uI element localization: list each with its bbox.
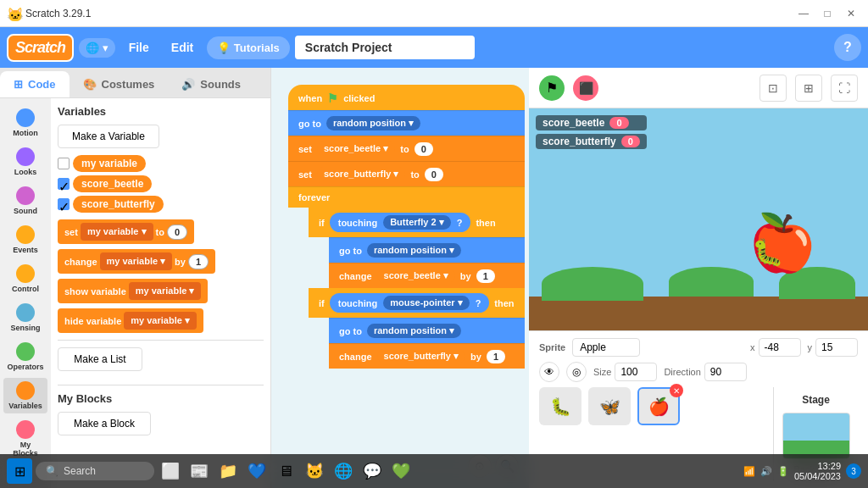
- sidebar-item-variables[interactable]: Variables: [3, 378, 47, 413]
- stage-canvas: score_beetle 0 score_butterfly 0 🍎 🐛: [529, 108, 868, 330]
- window-controls: — □ ✕: [793, 5, 861, 22]
- window-title: Scratch 3.29.1: [25, 8, 793, 19]
- change-score-beetle[interactable]: change score_beetle ▾ by 1: [329, 263, 525, 288]
- taskview-icon[interactable]: ⬜: [158, 458, 183, 484]
- notification-badge[interactable]: 3: [846, 463, 861, 479]
- stop-button[interactable]: ⬛: [573, 75, 598, 101]
- taskbar: ⊞ 🔍 Search ⬜ 📰 📁 💙 🖥 🐱 🌐 💬 💚 📶 🔊 🔋 13:29…: [0, 454, 868, 488]
- whatsapp-icon[interactable]: 💚: [388, 458, 414, 484]
- var-chip-score-beetle[interactable]: score_beetle: [73, 175, 152, 192]
- stage-preview[interactable]: [782, 413, 850, 459]
- code-canvas[interactable]: 🍎 when ⚑ clicked go to random position ▾: [271, 68, 529, 488]
- var-selector-change[interactable]: my variable ▾: [100, 252, 173, 270]
- sound-tray-icon: 🔊: [760, 466, 772, 477]
- tab-code[interactable]: ⊞ Code: [0, 71, 70, 97]
- terminal-icon[interactable]: 🖥: [273, 458, 298, 484]
- widgets-icon[interactable]: 📰: [186, 458, 212, 484]
- if-butterfly-body: go to random position ▾ change score_bee…: [329, 237, 525, 288]
- costume-icon: 🎨: [83, 78, 97, 91]
- if-mouse-indent: if touching mouse-pointer ▾ ? then go to…: [309, 288, 525, 369]
- var-selector-set[interactable]: my variable ▾: [81, 223, 153, 241]
- sidebar-item-sound[interactable]: Sound: [3, 183, 47, 219]
- make-variable-button[interactable]: Make a Variable: [58, 125, 159, 148]
- sidebar-item-events[interactable]: Events: [3, 222, 47, 258]
- stage-panel-label: Stage: [802, 394, 830, 406]
- sidebar-item-looks[interactable]: Looks: [3, 144, 47, 180]
- set-score-butterfly[interactable]: set score_butterfly ▾ to 0: [288, 161, 525, 186]
- goto-random-3[interactable]: go to random position ▾: [329, 318, 525, 343]
- vscode-icon[interactable]: 💙: [244, 458, 270, 484]
- variable-row-my-variable: my variable: [58, 155, 264, 172]
- code-block-stack: when ⚑ clicked go to random position ▾ s…: [288, 85, 525, 369]
- sprite-thumb-beetle[interactable]: 🐛: [539, 387, 581, 425]
- ground: [529, 297, 868, 330]
- tab-sounds[interactable]: 🔊 Sounds: [168, 71, 254, 97]
- globe-button[interactable]: 🌐 ▾: [79, 38, 115, 58]
- delete-badge[interactable]: ✕: [670, 384, 683, 397]
- file-menu[interactable]: File: [120, 37, 158, 58]
- make-list-button[interactable]: Make a List: [58, 347, 142, 371]
- forever-block[interactable]: forever: [288, 186, 525, 208]
- edit-menu[interactable]: Edit: [163, 37, 202, 58]
- var-checkbox-score-beetle[interactable]: ✓: [58, 178, 70, 190]
- sprite-y-input[interactable]: [815, 338, 858, 357]
- close-button[interactable]: ✕: [841, 5, 861, 22]
- sprite-direction-input[interactable]: [704, 363, 747, 381]
- change-score-butterfly[interactable]: change score_butterfly ▾ by 1: [329, 343, 525, 369]
- var-chip-score-butterfly[interactable]: score_butterfly: [73, 196, 164, 213]
- search-icon: 🔍: [46, 465, 58, 477]
- system-tray: 📶 🔊 🔋 13:29 05/04/2023 3: [743, 461, 861, 481]
- fullscreen-button[interactable]: ⛶: [831, 75, 858, 102]
- change-block[interactable]: change my variable ▾ by 1: [58, 249, 215, 274]
- sprite-x-input[interactable]: [759, 338, 801, 357]
- tab-costumes[interactable]: 🎨 Costumes: [70, 71, 169, 97]
- scratch-taskbar-icon[interactable]: 🐱: [302, 458, 327, 484]
- sprite-label: Sprite: [539, 342, 565, 352]
- hat-block[interactable]: when ⚑ clicked: [288, 85, 525, 110]
- taskbar-search[interactable]: 🔍 Search: [36, 462, 154, 480]
- var-selector-hide[interactable]: my variable ▾: [124, 312, 197, 330]
- if-mouse-body: go to random position ▾ change score_but…: [329, 318, 525, 369]
- normal-stage-button[interactable]: ⊞: [795, 75, 822, 102]
- sidebar-item-motion[interactable]: Motion: [3, 105, 47, 141]
- maximize-button[interactable]: □: [817, 5, 837, 22]
- if-mouse-block[interactable]: if touching mouse-pointer ▾ ? then: [309, 288, 525, 318]
- help-button[interactable]: ?: [834, 34, 861, 61]
- variables-title: Variables: [58, 105, 264, 118]
- start-button[interactable]: ⊞: [7, 458, 32, 484]
- project-name-input[interactable]: [295, 36, 475, 59]
- goto-random-1[interactable]: go to random position ▾: [288, 110, 525, 136]
- sprite-thumb-butterfly[interactable]: 🦋: [588, 387, 631, 425]
- show-sprite-btn[interactable]: 👁: [539, 362, 559, 382]
- goto-random-2[interactable]: go to random position ▾: [329, 237, 525, 263]
- my-blocks-title: My Blocks: [58, 392, 264, 405]
- blocks-stack: when ⚑ clicked go to random position ▾ s…: [288, 85, 525, 369]
- green-flag-button[interactable]: ⚑: [539, 75, 565, 101]
- tutorials-button[interactable]: 💡 Tutorials: [207, 36, 290, 59]
- set-score-beetle[interactable]: set score_beetle ▾ to 0: [288, 136, 525, 161]
- explorer-icon[interactable]: 📁: [215, 458, 241, 484]
- sprite-y-coord: y: [808, 338, 859, 357]
- sprite-size-input[interactable]: [615, 363, 657, 381]
- chrome-icon[interactable]: 🌐: [331, 458, 356, 484]
- make-block-button[interactable]: Make a Block: [58, 412, 151, 435]
- var-chip-my-variable[interactable]: my variable: [73, 155, 146, 172]
- var-selector-show[interactable]: my variable ▾: [129, 282, 202, 300]
- hide-sprite-btn[interactable]: ◎: [566, 362, 587, 382]
- block-show: show variable my variable ▾: [58, 279, 264, 303]
- sprites-section: 🐛 🦋 🍎 ✕: [539, 387, 768, 425]
- teams-icon[interactable]: 💬: [359, 458, 385, 484]
- if-butterfly-block[interactable]: if touching Butterfly 2 ▾ ? then: [309, 208, 525, 237]
- show-block[interactable]: show variable my variable ▾: [58, 279, 208, 303]
- sprite-name-input[interactable]: [572, 338, 640, 357]
- sidebar-item-control[interactable]: Control: [3, 261, 47, 297]
- var-checkbox-my-variable[interactable]: [58, 158, 70, 169]
- set-block[interactable]: set my variable ▾ to 0: [58, 219, 194, 244]
- sprite-thumb-apple[interactable]: 🍎 ✕: [637, 387, 680, 425]
- small-stage-button[interactable]: ⊡: [760, 75, 787, 102]
- minimize-button[interactable]: —: [793, 5, 814, 22]
- var-checkbox-score-butterfly[interactable]: ✓: [58, 198, 70, 210]
- sidebar-item-operators[interactable]: Operators: [3, 339, 47, 374]
- hide-block[interactable]: hide variable my variable ▾: [58, 308, 203, 333]
- sidebar-item-sensing[interactable]: Sensing: [3, 300, 47, 336]
